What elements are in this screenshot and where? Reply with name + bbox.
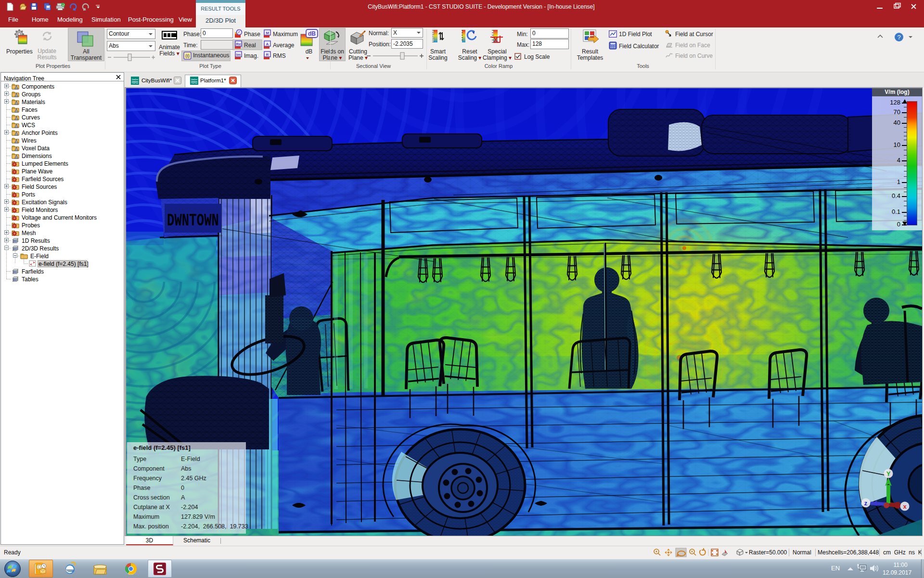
svg-text:z: z xyxy=(864,499,868,507)
svg-text:M: M xyxy=(266,31,269,35)
svg-text:?: ? xyxy=(897,34,900,41)
svg-text:A: A xyxy=(266,42,269,46)
svg-text:Re: Re xyxy=(236,42,241,46)
svg-text:(t): (t) xyxy=(185,53,190,58)
svg-text:Im: Im xyxy=(236,53,241,57)
svg-text:DWNTOWN: DWNTOWN xyxy=(167,211,219,231)
svg-text:dB: dB xyxy=(308,30,316,37)
svg-text:x: x xyxy=(903,503,907,510)
svg-text:Y: Y xyxy=(886,470,891,477)
svg-text:R: R xyxy=(266,53,269,57)
